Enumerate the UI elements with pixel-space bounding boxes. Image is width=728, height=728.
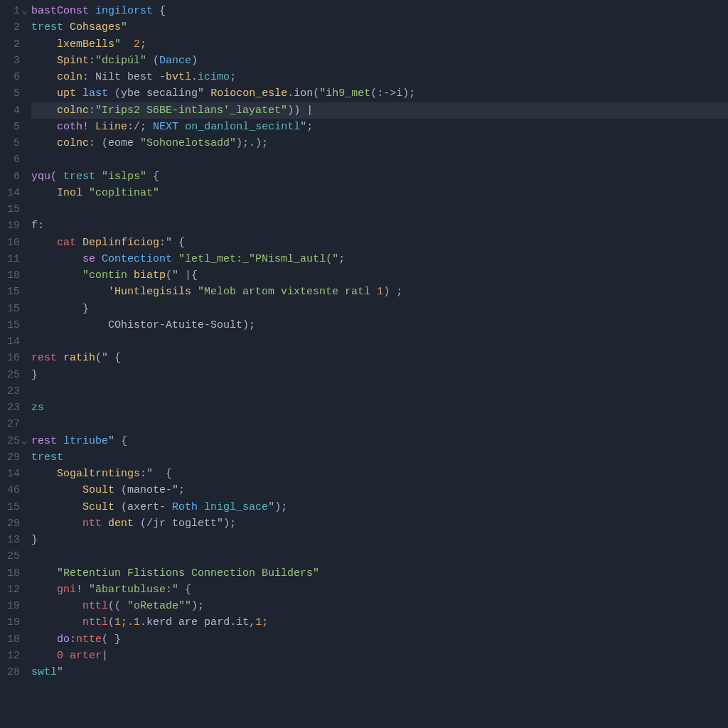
code-token: ltriube xyxy=(63,435,108,447)
line-number: 18 xyxy=(3,631,20,648)
code-token xyxy=(178,121,185,133)
code-token: "Melob artom vixtesnte ratl xyxy=(198,286,370,298)
code-line[interactable]: swtl" xyxy=(31,664,728,680)
code-token xyxy=(102,518,108,530)
code-line[interactable]: nttl(1;.1.kerd are pard.it,1; xyxy=(31,614,728,631)
code-token: (/ xyxy=(140,518,153,530)
code-line[interactable]: trest xyxy=(31,449,728,466)
code-token: ); xyxy=(242,319,255,331)
line-number: 2 xyxy=(3,36,20,53)
code-line[interactable]: yqu( trest "islps" { xyxy=(31,168,728,185)
code-token: 2 xyxy=(134,38,140,50)
code-token: ( xyxy=(121,501,127,513)
code-token: axert- xyxy=(127,501,172,513)
code-token: Soult xyxy=(82,484,114,496)
code-line[interactable]: cat Deplinfíciog:" { xyxy=(31,235,728,251)
code-token: Scult xyxy=(82,501,114,513)
code-line[interactable] xyxy=(31,151,728,168)
code-line[interactable]: coln: Nilt best -bvtl.icimo; xyxy=(31,69,728,85)
code-line[interactable]: trest Cohsages" xyxy=(31,19,728,36)
code-line[interactable] xyxy=(31,416,728,432)
code-token: colnc xyxy=(57,105,89,117)
code-area[interactable]: ⌄bastConst ingilorst {trest Cohsages" lx… xyxy=(26,0,728,728)
line-number: 12 xyxy=(3,582,20,598)
code-token: Roiocon_esle xyxy=(210,87,287,100)
code-line[interactable] xyxy=(31,548,728,564)
code-token: (:->i); xyxy=(370,87,415,100)
code-token: , xyxy=(249,616,255,628)
code-line[interactable]: Spint:"dcipúl" (Dance) xyxy=(31,53,728,69)
code-token xyxy=(89,121,95,133)
code-line[interactable]: se Contectiont "letl_met:_"PNisml_autl("… xyxy=(31,251,728,267)
code-line[interactable]: 'Huntlegisils "Melob artom vixtesnte rat… xyxy=(31,284,728,300)
code-token: ntt xyxy=(82,518,102,530)
code-token: ); xyxy=(191,600,204,612)
code-token: nttl xyxy=(82,600,108,612)
code-line[interactable]: ntt dent (/jr toglett"); xyxy=(31,515,728,532)
code-token xyxy=(108,87,114,100)
code-token: trest xyxy=(63,171,95,183)
code-token: ( xyxy=(153,55,159,67)
code-token: : xyxy=(82,71,95,83)
code-token: it xyxy=(236,616,249,628)
line-number: 19 xyxy=(3,218,20,234)
code-token: yqu xyxy=(31,171,50,183)
code-token: "Sohonelotsadd" xyxy=(140,137,236,149)
code-line[interactable]: f: xyxy=(31,218,728,234)
code-line[interactable]: ⌄rest ltriube" { xyxy=(31,433,728,449)
code-line[interactable]: Sogaltrntings:" { xyxy=(31,466,728,482)
code-line[interactable]: zs xyxy=(31,400,728,416)
code-line[interactable]: Scult (axert- Roth lnigl_sace"); xyxy=(31,499,728,515)
code-line[interactable]: } xyxy=(31,367,728,383)
code-token: 'Huntlegisils xyxy=(108,286,191,298)
code-token: ;. xyxy=(121,616,134,628)
code-line[interactable]: colnc: (eome "Sohonelotsadd");.); xyxy=(31,135,728,151)
code-line[interactable]: do:ntte( } xyxy=(31,631,728,648)
code-token: zs xyxy=(31,402,44,414)
code-token: Deplinfíciog xyxy=(82,237,159,249)
code-line[interactable] xyxy=(31,333,728,350)
code-token: );.); xyxy=(236,137,268,149)
code-token: "islps" xyxy=(102,171,146,183)
code-line[interactable]: "Retentiun Flistions Connection Builders… xyxy=(31,565,728,582)
code-line[interactable]: lxemBells" 2; xyxy=(31,36,728,53)
code-token: ( xyxy=(313,87,319,100)
code-token xyxy=(121,38,134,50)
code-line[interactable] xyxy=(31,383,728,400)
code-token: 1 xyxy=(255,616,262,628)
code-token: { xyxy=(153,171,159,183)
code-token: : xyxy=(89,105,95,117)
code-line[interactable]: } xyxy=(31,532,728,548)
code-token: COhistor-Atuite-Soult xyxy=(108,319,242,331)
code-line[interactable]: "contin biatp(" |{ xyxy=(31,267,728,284)
fold-chevron-icon[interactable]: ⌄ xyxy=(21,3,28,19)
code-editor[interactable]: 1223654556614151910111815151514162523232… xyxy=(0,0,728,728)
fold-chevron-icon[interactable]: ⌄ xyxy=(21,433,28,449)
code-token xyxy=(146,171,153,183)
code-token xyxy=(76,237,82,249)
code-line[interactable]: upt last (ybe secaling" Roiocon_esle.ion… xyxy=(31,85,728,102)
code-line[interactable]: colnc:"Irips2 S6BE-intlans'_layatet")) | xyxy=(31,102,728,119)
code-token: ; xyxy=(338,253,345,265)
code-line[interactable]: 0 arter| xyxy=(31,648,728,664)
code-line[interactable]: Soult (manote-"; xyxy=(31,482,728,498)
code-line[interactable] xyxy=(31,201,728,218)
code-token: . xyxy=(140,616,146,628)
code-token: :" { xyxy=(159,237,185,249)
code-token: f: xyxy=(31,220,44,232)
code-line[interactable]: rest ratih(" { xyxy=(31,350,728,366)
code-line[interactable]: COhistor-Atuite-Soult); xyxy=(31,317,728,333)
code-token: ( xyxy=(114,87,121,100)
code-line[interactable]: ⌄bastConst ingilorst { xyxy=(31,3,728,19)
code-token: 1 xyxy=(134,616,140,628)
code-token: "Irips2 xyxy=(95,105,140,117)
code-token: Cohsages xyxy=(70,21,121,33)
code-token: last xyxy=(82,87,108,100)
code-line[interactable]: } xyxy=(31,301,728,317)
code-line[interactable]: Inol "copltinat" xyxy=(31,185,728,201)
code-line[interactable]: coth! Liine:/; NEXT on_danlonl_secintl"; xyxy=(31,119,728,135)
code-line[interactable]: nttl(( "oRetade""); xyxy=(31,598,728,614)
code-token xyxy=(76,87,82,100)
code-token: gni xyxy=(57,584,76,596)
code-line[interactable]: gni! "ābartubluse:" { xyxy=(31,582,728,598)
